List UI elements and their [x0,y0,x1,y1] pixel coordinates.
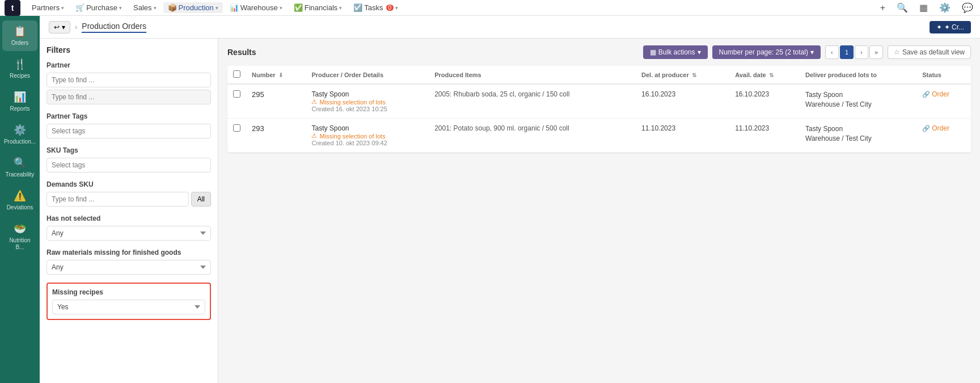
filter-missing-recipes: Missing recipes Yes No Any [47,283,211,320]
partner-tags-input[interactable] [47,124,211,138]
raw-materials-select[interactable]: Any [47,260,211,275]
results-actions: ▦ Bulk actions ▾ Number per page: 25 (2 … [643,45,971,59]
sidebar-item-nutrition[interactable]: 🥗 Nutrition B... [2,218,37,255]
nav-partners[interactable]: Partners ▾ [27,2,69,13]
production-icon: ⚙️ [14,124,26,136]
sku-tags-input[interactable] [47,158,211,172]
deliver-to-line1: Tasty Spoon [805,90,911,100]
search-icon[interactable]: 🔍 [894,1,910,14]
row-1-producer: Tasty Spoon ⚠ Missing selection of lots … [306,84,429,119]
nav-tasks-label: Tasks [364,3,383,12]
results-table: Number ⬇ Producer / Order Details Produc… [227,66,971,153]
bulk-actions-button[interactable]: ▦ Bulk actions ▾ [643,45,708,59]
pagination: ‹ 1 › » [825,45,883,59]
barcode-icon[interactable]: ▦ [917,1,930,14]
filter-demands-sku: Demands SKU All [47,180,211,207]
chat-icon[interactable]: 💬 [960,1,975,14]
filter-raw-materials-label: Raw materials missing for finished goods [47,249,211,256]
nav-production-icon: 📦 [168,3,177,12]
row-1-checkbox[interactable] [233,90,240,98]
col-producer: Producer / Order Details [306,66,429,84]
filter-raw-materials: Raw materials missing for finished goods… [47,249,211,275]
filter-partner-tags: Partner Tags [47,112,211,138]
row-1-produced-items: 2005: Rhubarb soda, 25 cl, organic / 150… [429,84,636,119]
chevron-down-icon: ▾ [339,5,342,11]
results-panel: Results ▦ Bulk actions ▾ Number per page… [218,39,980,383]
row-2-deliver-to: Tasty Spoon Warehouse / Test City [800,119,916,153]
col-del-at-producer[interactable]: Del. at producer ⇅ [636,66,729,84]
sidebar-item-traceability[interactable]: 🔍 Traceability [2,152,37,183]
created-date: Created 16. okt 2023 10:25 [311,106,423,112]
chevron-down-icon: ▾ [154,5,157,11]
select-all-checkbox[interactable] [233,70,240,78]
pagination-prev[interactable]: ‹ [825,45,839,59]
save-view-button[interactable]: ☆ Save as default view [888,45,971,59]
nav-production[interactable]: 📦 Production ▾ [163,2,223,13]
create-icon: ✦ [936,23,942,31]
filter-has-not-selected-label: Has not selected [47,214,211,222]
main-layout: 📋 Orders 🍴 Recipes 📊 Reports ⚙️ Producti… [0,16,980,383]
sidebar-item-recipes[interactable]: 🍴 Recipes [2,53,37,84]
nav-financials[interactable]: ✅ Financials ▾ [289,2,347,13]
warning-row: ⚠ Missing selection of lots [311,132,423,140]
nav-warehouse-label: Warehouse [240,3,278,12]
create-button[interactable]: ✦ ✦ Cr... [930,21,971,33]
top-navigation: t Partners ▾ 🛒 Purchase ▾ Sales ▾ 📦 Prod… [0,0,980,16]
deliver-to-line2: Warehouse / Test City [805,100,911,110]
pagination-last[interactable]: » [869,45,883,59]
nav-tasks[interactable]: ☑️ Tasks 0 ▾ [349,2,403,13]
sort-icon: ⬇ [278,72,283,78]
plus-icon[interactable]: + [878,2,888,14]
settings-icon[interactable]: ⚙️ [937,1,953,14]
filters-title: Filters [47,45,211,54]
col-avail-date[interactable]: Avail. date ⇅ [729,66,800,84]
row-1-deliver-to: Tasty Spoon Warehouse / Test City [800,84,916,119]
pagination-next[interactable]: › [855,45,868,59]
col-deliver-to: Deliver produced lots to [800,66,916,84]
sidebar-item-production[interactable]: ⚙️ Production... [2,119,37,150]
partner-input-2[interactable] [47,90,211,104]
table-icon: ▦ [650,48,656,56]
sidebar-item-deviations[interactable]: ⚠️ Deviations [2,185,37,216]
all-button[interactable]: All [191,192,211,207]
row-1-del-date: 16.10.2023 [636,84,729,119]
per-page-button[interactable]: Number per page: 25 (2 total) ▾ [712,45,821,59]
traceability-icon: 🔍 [14,157,26,169]
missing-recipes-select[interactable]: Yes No Any [52,300,205,314]
breadcrumb-back-button[interactable]: ↩ ▾ [49,21,70,33]
has-not-selected-select[interactable]: Any [47,226,211,241]
row-2-del-date: 11.10.2023 [636,119,729,153]
warning-row: ⚠ Missing selection of lots [311,98,423,106]
nav-sales[interactable]: Sales ▾ [129,2,161,13]
sidebar-item-orders[interactable]: 📋 Orders [2,20,37,51]
nav-purchase-icon: 🛒 [75,3,85,12]
table-row: 293 Tasty Spoon ⚠ Missing selection of l… [227,119,971,153]
pagination-current[interactable]: 1 [840,45,854,59]
demands-sku-input[interactable] [47,192,189,207]
deviations-icon: ⚠️ [14,190,26,202]
sidebar-item-reports[interactable]: 📊 Reports [2,86,37,117]
row-2-produced-items: 2001: Potato soup, 900 ml. organic / 500… [429,119,636,153]
sidebar-traceability-label: Traceability [6,171,35,178]
nav-icon-group: + 🔍 ▦ ⚙️ 💬 [878,1,975,14]
chevron-down-icon: ▾ [698,48,701,56]
sidebar-deviations-label: Deviations [7,204,33,211]
row-1-avail-date: 16.10.2023 [729,84,800,119]
chevron-down-icon: ▾ [216,5,218,11]
col-number[interactable]: Number ⬇ [246,66,306,84]
row-2-checkbox[interactable] [233,124,240,132]
orders-icon: 📋 [14,25,26,37]
back-icon: ↩ [54,23,60,31]
filter-has-not-selected: Has not selected Any [47,214,211,241]
content-area: ↩ ▾ › Production Orders ✦ ✦ Cr... Filter… [40,16,980,383]
nav-warehouse-icon: 📊 [230,3,239,12]
sidebar-orders-label: Orders [11,40,29,47]
partner-input-1[interactable] [47,73,211,87]
chevron-down-icon: ▾ [810,48,814,56]
nav-financials-icon: ✅ [294,3,303,12]
status-label: Order [932,90,949,98]
nav-purchase[interactable]: 🛒 Purchase ▾ [71,2,126,13]
results-title: Results [227,48,256,57]
sidebar-nutrition-label: Nutrition B... [5,237,35,251]
nav-warehouse[interactable]: 📊 Warehouse ▾ [225,2,287,13]
